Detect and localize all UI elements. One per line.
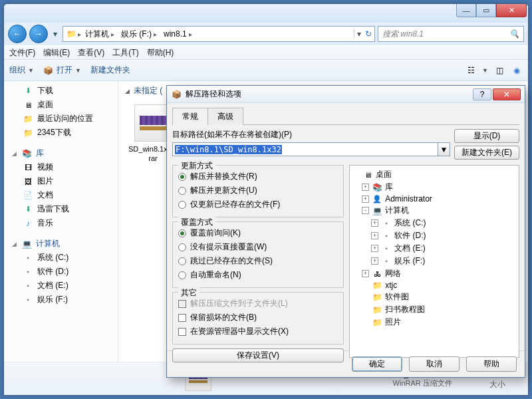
- tree-node[interactable]: xtjc: [352, 280, 516, 291]
- radio-ask-before-overwrite[interactable]: 覆盖前询问(K): [178, 226, 338, 240]
- expand-icon[interactable]: +: [371, 219, 378, 227]
- nav-item[interactable]: 娱乐 (F:): [4, 293, 118, 307]
- nav-item[interactable]: 文档 (E:): [4, 279, 118, 293]
- dialog-tabs: 常规 高级: [172, 107, 519, 125]
- tree-node[interactable]: +系统 (C:): [352, 217, 516, 229]
- tree-node[interactable]: +网络: [352, 267, 516, 280]
- cancel-button[interactable]: 取消: [409, 356, 460, 372]
- ok-button[interactable]: 确定: [352, 356, 402, 372]
- new-folder-button[interactable]: 新建文件夹(E): [454, 146, 519, 160]
- tree-node[interactable]: 软件图: [352, 291, 516, 303]
- tab-general[interactable]: 常规: [172, 108, 208, 125]
- nav-item[interactable]: 最近访问的位置: [4, 112, 118, 126]
- chevron-down-icon: ▼: [75, 67, 81, 74]
- drive-icon: [23, 267, 33, 277]
- tree-node[interactable]: +文档 (E:): [352, 242, 516, 255]
- radio-skip-existing[interactable]: 跳过已经存在的文件(S): [178, 254, 338, 268]
- tree-node[interactable]: +软件 (D:): [352, 229, 516, 242]
- down-icon: [23, 205, 33, 214]
- nav-item[interactable]: 迅雷下载: [4, 202, 118, 216]
- check-keep-broken[interactable]: 保留损坏的文件(B): [178, 311, 338, 325]
- tree-node[interactable]: -计算机: [352, 204, 516, 217]
- nav-group-favorites: 下载桌面最近访问的位置2345下载: [4, 84, 118, 140]
- menu-tools[interactable]: 工具(T): [112, 47, 138, 59]
- search-input[interactable]: 搜索 win8.1 🔍: [378, 26, 524, 42]
- expand-icon[interactable]: +: [371, 257, 378, 265]
- maximize-button[interactable]: ▭: [476, 4, 496, 17]
- nav-item[interactable]: 系统 (C:): [4, 251, 118, 265]
- destination-path-input[interactable]: F:\win8.1\SD_win8.1x32: [172, 142, 438, 156]
- radio-extract-replace[interactable]: 解压并替换文件(R): [178, 170, 338, 184]
- nav-header-computer[interactable]: ◢计算机: [4, 237, 118, 251]
- tree-node[interactable]: 扫书教程图: [352, 303, 516, 316]
- radio-extract-update[interactable]: 解压并更新文件(U): [178, 184, 338, 198]
- close-button[interactable]: ✕: [496, 4, 527, 17]
- computer-icon: [372, 206, 382, 215]
- help-icon[interactable]: ◉: [511, 65, 523, 76]
- expand-icon[interactable]: +: [362, 184, 369, 191]
- expand-icon[interactable]: +: [371, 232, 378, 239]
- expand-icon[interactable]: +: [362, 196, 369, 203]
- nav-item[interactable]: 2345下载: [4, 126, 118, 140]
- nav-item[interactable]: 音乐: [4, 216, 118, 230]
- tree-node[interactable]: +娱乐 (F:): [352, 255, 516, 267]
- help-button[interactable]: 帮助: [466, 356, 517, 372]
- tree-node[interactable]: 照片: [352, 316, 516, 329]
- collapse-icon: ◢: [125, 88, 130, 94]
- menu-edit[interactable]: 编辑(E): [43, 47, 70, 59]
- nav-item[interactable]: 图片: [4, 174, 118, 188]
- preview-pane-button[interactable]: ◫: [493, 65, 505, 76]
- breadcrumb[interactable]: win8.1▸: [161, 29, 195, 39]
- dialog-title: 解压路径和选项: [186, 88, 469, 100]
- radio-freshen-existing[interactable]: 仅更新已经存在的文件(F): [178, 198, 338, 211]
- folder-tree[interactable]: 桌面+库+Administrator-计算机+系统 (C:)+软件 (D:)+文…: [349, 165, 519, 358]
- tree-node[interactable]: +Administrator: [352, 194, 516, 204]
- nav-item[interactable]: 视频: [4, 160, 118, 174]
- radio-auto-rename[interactable]: 自动重命名(N): [178, 268, 338, 282]
- nav-back-button[interactable]: ←: [8, 25, 27, 43]
- breadcrumb[interactable]: 计算机▸: [82, 29, 117, 40]
- new-folder-button[interactable]: 新建文件夹: [90, 65, 130, 76]
- dialog-close-button[interactable]: ✕: [493, 88, 521, 100]
- expand-icon[interactable]: -: [362, 207, 369, 214]
- chevron-down-icon[interactable]: ▾: [357, 29, 361, 39]
- dialog-titlebar[interactable]: 📦 解压路径和选项 ? ✕: [167, 86, 525, 103]
- expand-icon[interactable]: +: [371, 245, 378, 252]
- tree-node[interactable]: 桌面: [352, 168, 516, 181]
- save-settings-button[interactable]: 保存设置(V): [172, 348, 344, 362]
- nav-item[interactable]: 文档: [4, 188, 118, 202]
- nav-history-dropdown[interactable]: ▾: [51, 29, 60, 39]
- nav-header-libraries[interactable]: ◢库: [4, 146, 118, 160]
- radio-overwrite-no-prompt[interactable]: 没有提示直接覆盖(W): [178, 240, 338, 254]
- menu-help[interactable]: 帮助(H): [147, 47, 174, 59]
- window-controls: — ▭ ✕: [456, 4, 527, 17]
- open-button[interactable]: 📦 打开 ▼: [43, 65, 81, 76]
- expand-icon[interactable]: +: [362, 270, 369, 277]
- view-mode-button[interactable]: ☷: [465, 65, 477, 76]
- archive-icon: 📦: [43, 66, 54, 75]
- address-bar[interactable]: ▸ 计算机▸ 娱乐 (F:)▸ win8.1▸ ▾ ↻: [63, 26, 375, 42]
- display-button[interactable]: 显示(D): [454, 129, 519, 143]
- nav-item[interactable]: 桌面: [4, 98, 118, 112]
- nav-forward-button[interactable]: →: [29, 25, 48, 43]
- checkbox-icon: [178, 300, 186, 308]
- minimize-button[interactable]: —: [456, 4, 476, 17]
- menu-file[interactable]: 文件(F): [9, 47, 35, 59]
- nav-item[interactable]: 软件 (D:): [4, 265, 118, 279]
- tab-advanced[interactable]: 高级: [207, 108, 243, 125]
- chevron-down-icon[interactable]: ▼: [482, 67, 488, 74]
- refresh-icon[interactable]: ↻: [365, 29, 372, 39]
- organize-button[interactable]: 组织 ▼: [9, 65, 34, 76]
- nav-item[interactable]: 下载: [4, 84, 118, 98]
- breadcrumb[interactable]: 娱乐 (F:)▸: [118, 29, 160, 40]
- address-row: ← → ▾ ▸ 计算机▸ 娱乐 (F:)▸ win8.1▸ ▾ ↻ 搜索 win…: [4, 23, 528, 45]
- menu-view[interactable]: 查看(V): [78, 47, 104, 59]
- dialog-body: 常规 高级 目标路径(如果不存在将被创建)(P) F:\win8.1\SD_wi…: [167, 103, 525, 350]
- tree-node[interactable]: +库: [352, 181, 516, 194]
- path-row: 目标路径(如果不存在将被创建)(P) F:\win8.1\SD_win8.1x3…: [172, 129, 519, 160]
- drive-icon: [381, 257, 392, 266]
- path-dropdown-button[interactable]: ▼: [438, 142, 450, 156]
- collapse-icon: ◢: [11, 150, 17, 157]
- check-show-in-explorer[interactable]: 在资源管理器中显示文件(X): [178, 325, 338, 338]
- dialog-help-button[interactable]: ?: [473, 88, 491, 100]
